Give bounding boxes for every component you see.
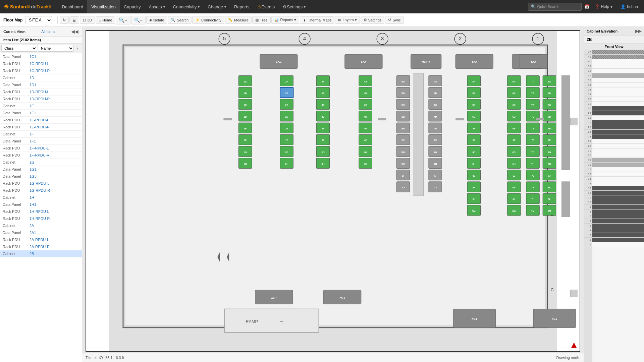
nav-dashboard[interactable]: Dashboard xyxy=(58,0,88,13)
nav-connectivity[interactable]: Connectivity ▾ xyxy=(169,0,204,13)
rack-slot[interactable] xyxy=(592,134,644,139)
rack-slot[interactable] xyxy=(592,172,644,177)
list-item[interactable]: Data Panel1G1 xyxy=(0,166,82,173)
home-button[interactable]: ⌂ Home xyxy=(96,16,115,24)
rack-slot[interactable] xyxy=(592,87,644,92)
center-canvas[interactable]: 5 4 3 2 1 A B C AC-4 AC-5 PDU-18 xyxy=(82,27,584,362)
reports-button[interactable]: 📊 Reports ▾ xyxy=(271,16,300,24)
list-item[interactable]: Rack PDU1H-RPDU-R xyxy=(0,215,82,222)
list-item[interactable]: Rack PDU1C-RPDU-R xyxy=(0,67,82,74)
nav-visualization[interactable]: Visualization xyxy=(87,0,120,13)
refresh-button[interactable]: ↻ xyxy=(60,16,69,24)
list-item[interactable]: Rack PDU2A-RPDU-R xyxy=(0,243,82,250)
list-item[interactable]: Data Panel1C1 xyxy=(0,53,82,60)
rack-slot[interactable] xyxy=(592,144,644,148)
list-item[interactable]: Data Panel1F1 xyxy=(0,138,82,145)
columns-menu-button[interactable]: ⋮ xyxy=(74,45,80,52)
print-button[interactable]: 🖨 xyxy=(69,16,79,24)
rack-slot[interactable] xyxy=(592,139,644,144)
3d-button[interactable]: ◻ 3D xyxy=(80,16,95,24)
rack-slot[interactable] xyxy=(592,191,644,195)
rack-slot[interactable] xyxy=(592,200,644,205)
list-item[interactable]: Rack PDU1F-RPDU-L xyxy=(0,145,82,152)
quick-search-container[interactable]: 🔍 Quick Search... xyxy=(528,3,582,11)
rack-slot[interactable] xyxy=(592,83,644,87)
rack-slot[interactable] xyxy=(592,73,644,78)
calendar-icon[interactable]: 📅 xyxy=(584,4,589,9)
floor-plan[interactable]: 5 4 3 2 1 A B C AC-4 AC-5 PDU-18 xyxy=(86,30,580,352)
rack-slot[interactable] xyxy=(592,233,644,238)
rack-slot[interactable] xyxy=(592,167,644,172)
rack-slot[interactable] xyxy=(592,50,644,55)
name-column-selector[interactable]: Name xyxy=(38,45,74,52)
collapse-panel-button[interactable]: ◀◀ xyxy=(71,29,78,34)
rack-slot[interactable] xyxy=(592,92,644,97)
rack-slot[interactable] xyxy=(592,69,644,73)
list-item[interactable]: Rack PDU1G-RPDU-L xyxy=(0,180,82,187)
help-button[interactable]: ❓ Help ▾ xyxy=(592,4,615,9)
list-item[interactable]: Rack PDU1C-RPDU-L xyxy=(0,60,82,67)
rack-slot[interactable] xyxy=(592,195,644,200)
nav-reports[interactable]: Reports xyxy=(230,0,254,13)
rack-slot[interactable] xyxy=(592,177,644,181)
rack-slot[interactable] xyxy=(592,205,644,209)
list-item[interactable]: Cabinet1E xyxy=(0,103,82,110)
nav-change[interactable]: Change ▾ xyxy=(204,0,230,13)
list-item[interactable]: Data Panel1H1 xyxy=(0,201,82,208)
rack-slot[interactable] xyxy=(592,148,644,153)
layers-button[interactable]: ⊞ Layers ▾ xyxy=(335,16,360,24)
list-item[interactable]: Rack PDU2A-RPDU-L xyxy=(0,236,82,243)
list-item[interactable]: Rack PDU1F-RPDU-R xyxy=(0,152,82,159)
all-items-link[interactable]: All Items xyxy=(41,29,55,34)
list-item[interactable]: Cabinet1G xyxy=(0,159,82,166)
list-item[interactable]: Data Panel1E1 xyxy=(0,110,82,117)
settings-floor-button[interactable]: ⚙ Settings xyxy=(361,16,385,24)
site-selector[interactable]: SITE A xyxy=(25,16,52,24)
measure-button[interactable]: 📏 Measure xyxy=(225,16,252,24)
list-item[interactable]: Rack PDU1H-RPDU-L xyxy=(0,208,82,215)
rack-slot[interactable] xyxy=(592,153,644,158)
rack-slot[interactable] xyxy=(592,106,644,111)
rack-slot[interactable] xyxy=(592,224,644,228)
tiles-button[interactable]: ▦ Tiles xyxy=(252,16,271,24)
list-item[interactable]: Cabinet2B xyxy=(0,250,82,257)
list-item[interactable]: Rack PDU1E-RPDU-L xyxy=(0,117,82,124)
rack-slot[interactable] xyxy=(592,97,644,102)
list-item[interactable]: Cabinet1D xyxy=(0,74,82,81)
rack-slot[interactable] xyxy=(592,219,644,224)
expand-panel-button[interactable]: ▶▶ xyxy=(635,29,641,34)
rack-slot[interactable] xyxy=(592,238,644,242)
list-item[interactable]: Rack PDU1D-RPDU-R xyxy=(0,96,82,103)
rack-slot[interactable] xyxy=(592,59,644,64)
rack-slot[interactable] xyxy=(592,228,644,233)
list-item[interactable]: Data Panel2A1 xyxy=(0,229,82,236)
rack-slot[interactable] xyxy=(592,242,644,247)
rack-slot[interactable] xyxy=(592,158,644,163)
list-item[interactable]: Data Panel1G3 xyxy=(0,173,82,180)
nav-settings[interactable]: ⚙ Settings ▾ xyxy=(279,0,310,13)
isolate-button[interactable]: ◈ Isolate xyxy=(146,16,167,24)
class-column-selector[interactable]: Class xyxy=(1,45,37,52)
connectivity-button[interactable]: ⚡ Connectivity xyxy=(192,16,224,24)
nav-events[interactable]: ⚠ Events xyxy=(253,0,279,13)
rack-slot[interactable] xyxy=(592,130,644,134)
rack-slot[interactable] xyxy=(592,116,644,120)
user-button[interactable]: 👤 hchan xyxy=(618,4,641,9)
rack-slot[interactable] xyxy=(592,209,644,214)
rack-slot[interactable] xyxy=(592,55,644,59)
list-item[interactable]: Data Panel1D1 xyxy=(0,81,82,88)
zoom-out-button[interactable]: 🔍− xyxy=(131,16,146,24)
rack-slot[interactable] xyxy=(592,163,644,167)
rack-slot[interactable] xyxy=(592,102,644,106)
rack-slot[interactable] xyxy=(592,125,644,130)
list-item[interactable]: Cabinet1H xyxy=(0,194,82,201)
zoom-in-button[interactable]: 🔍+ xyxy=(116,16,130,24)
list-item[interactable]: Cabinet1F xyxy=(0,131,82,138)
list-item[interactable]: Rack PDU1G-RPDU-R xyxy=(0,187,82,194)
rack-slot[interactable] xyxy=(592,64,644,69)
rack-slot[interactable] xyxy=(592,214,644,219)
nav-assets[interactable]: Assets ▾ xyxy=(145,0,169,13)
list-item[interactable]: Rack PDU1D-RPDU-L xyxy=(0,88,82,96)
list-item[interactable]: Cabinet2A xyxy=(0,222,82,229)
list-item[interactable]: Rack PDU1E-RPDU-R xyxy=(0,124,82,131)
